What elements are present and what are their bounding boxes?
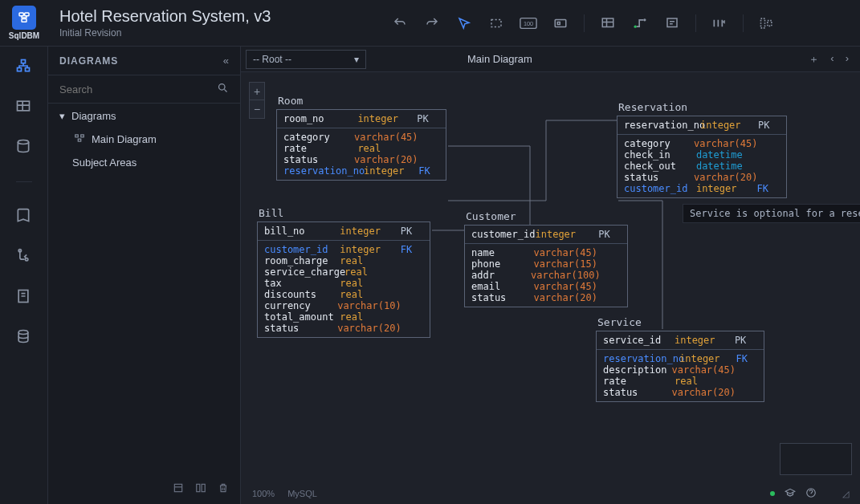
marquee-icon[interactable] — [487, 14, 505, 32]
sidebar-header: DIAGRAMS — [59, 55, 118, 67]
svg-rect-24 — [75, 135, 79, 137]
table-row: rate real — [603, 376, 757, 387]
nav-tables-icon[interactable] — [15, 98, 33, 116]
minimap[interactable] — [780, 443, 852, 475]
table-row: service_id integer PK — [603, 335, 757, 346]
table-row: category varchar(45) — [283, 132, 439, 143]
svg-rect-2 — [22, 19, 26, 22]
tree-item-main-diagram[interactable]: Main Diagram — [59, 133, 229, 145]
svg-point-10 — [644, 18, 646, 21]
note-icon[interactable] — [663, 14, 681, 32]
table-name: Service — [596, 316, 764, 328]
table-name: Bill — [257, 207, 430, 219]
search-icon[interactable] — [217, 82, 229, 96]
table-row: rate real — [283, 143, 439, 154]
pointer-icon[interactable] — [455, 14, 473, 32]
chevron-down-icon: ▾ — [59, 110, 65, 122]
sql-dialect: MySQL — [287, 489, 317, 498]
table-room[interactable]: Room room_no integer PK category varchar… — [276, 95, 446, 181]
table-row: status varchar(20) — [264, 323, 423, 334]
sb-footer-icon-2[interactable] — [195, 482, 206, 496]
svg-rect-11 — [667, 18, 677, 27]
help-icon[interactable] — [805, 487, 817, 500]
app-logo[interactable]: SqlDBM — [0, 6, 48, 40]
project-title: Hotel Reservation System, v3 — [59, 7, 271, 26]
table-row: room_charge real — [264, 255, 423, 266]
tree-root-diagrams[interactable]: ▾ Diagrams — [59, 110, 229, 122]
svg-point-23 — [219, 84, 226, 91]
table-row: phone varchar(15) — [471, 258, 621, 270]
logo-icon — [12, 6, 36, 30]
next-tab-icon[interactable]: › — [846, 52, 849, 67]
table-name: Reservation — [617, 101, 787, 113]
svg-rect-12 — [761, 18, 765, 28]
nav-git-icon[interactable] — [15, 248, 33, 266]
diagram-item-icon — [74, 133, 85, 145]
table-row: reservation_no integer PK — [624, 120, 780, 131]
table-row: reservation_no integer FK — [283, 165, 439, 177]
tree-root-label: Diagrams — [71, 110, 116, 122]
table-row: bill_no integer PK — [264, 226, 423, 237]
brand-label: SqlDBM — [9, 31, 39, 40]
undo-icon[interactable] — [391, 14, 409, 32]
nav-database2-icon[interactable] — [15, 328, 33, 346]
svg-rect-14 — [21, 60, 25, 63]
add-tab-icon[interactable]: ＋ — [809, 52, 819, 67]
table-customer[interactable]: Customer customer_id integer PK name var… — [464, 210, 628, 307]
fit-screen-icon[interactable] — [552, 14, 569, 32]
nav-database-icon[interactable] — [15, 138, 33, 156]
table-row: check_out datetime — [624, 161, 780, 172]
svg-rect-15 — [17, 68, 21, 71]
table-row: email varchar(45) — [471, 281, 621, 292]
search-input[interactable] — [59, 83, 196, 96]
table-row: customer_id integer FK — [624, 183, 780, 194]
svg-rect-0 — [19, 13, 23, 16]
table-row: currency varchar(10) — [264, 300, 423, 311]
table-row: status varchar(20) — [471, 292, 621, 303]
table-row: customer_id integer FK — [264, 244, 423, 255]
table-name: Customer — [464, 210, 628, 222]
zoom-out-button[interactable]: − — [250, 100, 264, 118]
svg-rect-3 — [491, 19, 501, 26]
svg-rect-26 — [78, 139, 81, 141]
root-dropdown-label: -- Root -- — [253, 54, 291, 65]
align-icon[interactable] — [758, 14, 776, 32]
table-service[interactable]: Service service_id integer PK reservatio… — [596, 316, 764, 402]
nav-export-icon[interactable] — [15, 288, 33, 306]
sb-footer-icon-1[interactable] — [173, 482, 184, 496]
table-reservation[interactable]: Reservation reservation_no integer PK ca… — [617, 101, 787, 198]
zoom-100-icon[interactable]: 100 — [520, 14, 537, 32]
relationship-icon[interactable] — [631, 14, 649, 32]
prev-tab-icon[interactable]: ‹ — [830, 52, 834, 67]
nav-docs-icon[interactable] — [15, 208, 33, 226]
svg-point-19 — [18, 250, 21, 252]
tab-main-diagram[interactable]: Main Diagram — [371, 53, 677, 65]
table-row: total_amount real — [264, 311, 423, 323]
collapse-sidebar-icon[interactable]: « — [223, 55, 229, 67]
view-options-icon[interactable] — [711, 14, 728, 32]
svg-text:100: 100 — [524, 19, 533, 26]
revision-label: Initial Revision — [59, 27, 271, 39]
add-table-icon[interactable] — [599, 14, 617, 32]
redo-icon[interactable] — [423, 14, 441, 32]
svg-rect-7 — [558, 22, 560, 24]
table-row: reservation_no integer FK — [603, 353, 757, 364]
svg-rect-25 — [81, 135, 84, 137]
nav-diagram-icon[interactable] — [15, 58, 33, 75]
sb-footer-delete-icon[interactable] — [218, 482, 229, 496]
table-bill[interactable]: Bill bill_no integer PK customer_id inte… — [257, 207, 430, 338]
svg-rect-1 — [25, 13, 29, 16]
root-dropdown[interactable]: -- Root -- ▾ — [246, 50, 366, 69]
graduation-icon[interactable] — [785, 487, 796, 500]
table-row: addr varchar(100) — [471, 270, 621, 281]
tree-item-label: Main Diagram — [92, 133, 157, 145]
svg-rect-29 — [202, 484, 205, 491]
tree-subject-areas[interactable]: Subject Areas — [59, 156, 229, 169]
table-row: status varchar(20) — [283, 154, 439, 165]
status-dot-icon — [770, 491, 775, 496]
resize-handle-icon[interactable]: ◿ — [842, 489, 849, 499]
table-row: tax real — [264, 278, 423, 289]
svg-point-18 — [18, 140, 28, 144]
svg-point-22 — [18, 331, 28, 335]
zoom-in-button[interactable]: + — [250, 83, 264, 100]
